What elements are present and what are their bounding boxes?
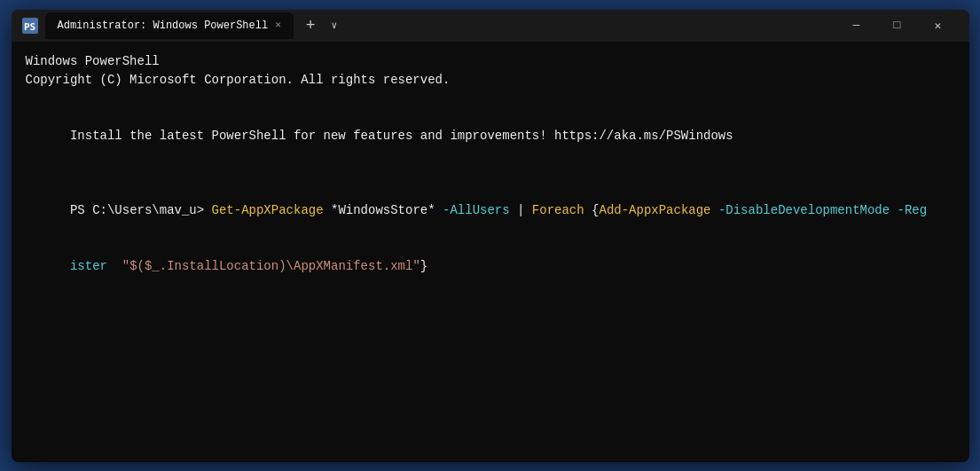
- maximize-button[interactable]: □: [877, 10, 918, 42]
- cmd-pipe: |: [510, 203, 532, 217]
- minimize-button[interactable]: —: [836, 10, 877, 42]
- powershell-window: PS Administrator: Windows PowerShell ✕ +…: [12, 10, 969, 462]
- powershell-icon: PS: [22, 18, 38, 34]
- cmd-brace-open: {: [584, 203, 600, 217]
- output-text-suffix: improvements! https://aka.ms/PSWindows: [443, 129, 733, 143]
- output-text-and: and: [420, 129, 443, 143]
- window-controls: — □ ✕: [836, 10, 959, 42]
- cmd-disable-dev-mode: -DisableDevelopmentMode -Reg: [711, 203, 928, 217]
- output-line-4: Install the latest PowerShell for new fe…: [26, 108, 955, 164]
- terminal-body: Windows PowerShell Copyright (C) Microso…: [12, 42, 969, 462]
- active-tab[interactable]: Administrator: Windows PowerShell ✕: [45, 12, 294, 39]
- cursor-line: [26, 294, 955, 350]
- output-text-prefix: Install the latest PowerShell for new fe…: [70, 129, 420, 143]
- output-line-5: [26, 164, 955, 183]
- cmd-register: ister: [70, 259, 107, 273]
- command-line-1: PS C:\Users\mav_u> Get-AppXPackage *Wind…: [26, 183, 955, 239]
- cmd-add-appxpackage: Add-AppxPackage: [599, 203, 710, 217]
- cmd-foreach: Foreach: [532, 203, 584, 217]
- cmd-allusers: -AllUsers: [435, 203, 510, 217]
- prompt: PS C:\Users\mav_u>: [70, 203, 212, 217]
- cmd-store-param: *WindowsStore*: [324, 203, 435, 217]
- output-line-2: Copyright (C) Microsoft Corporation. All…: [26, 71, 955, 90]
- tab-title: Administrator: Windows PowerShell: [58, 20, 269, 32]
- svg-text:PS: PS: [24, 21, 35, 33]
- output-line-3: [26, 90, 955, 108]
- cmd-string-value: "$($_.InstallLocation)\AppXManifest.xml": [114, 259, 419, 273]
- command-line-2: ister "$($_.InstallLocation)\AppXManifes…: [26, 239, 955, 294]
- cmd-get-appxpackage: Get-AppXPackage: [212, 203, 324, 217]
- titlebar-left: PS Administrator: Windows PowerShell ✕ +…: [22, 12, 836, 39]
- output-line-1: Windows PowerShell: [26, 52, 955, 71]
- tab-close-button[interactable]: ✕: [275, 20, 281, 30]
- tab-dropdown-button[interactable]: ∨: [328, 20, 341, 31]
- close-button[interactable]: ✕: [918, 10, 959, 42]
- add-tab-button[interactable]: +: [301, 17, 321, 35]
- titlebar: PS Administrator: Windows PowerShell ✕ +…: [12, 10, 969, 42]
- cmd-brace-close: }: [420, 259, 427, 273]
